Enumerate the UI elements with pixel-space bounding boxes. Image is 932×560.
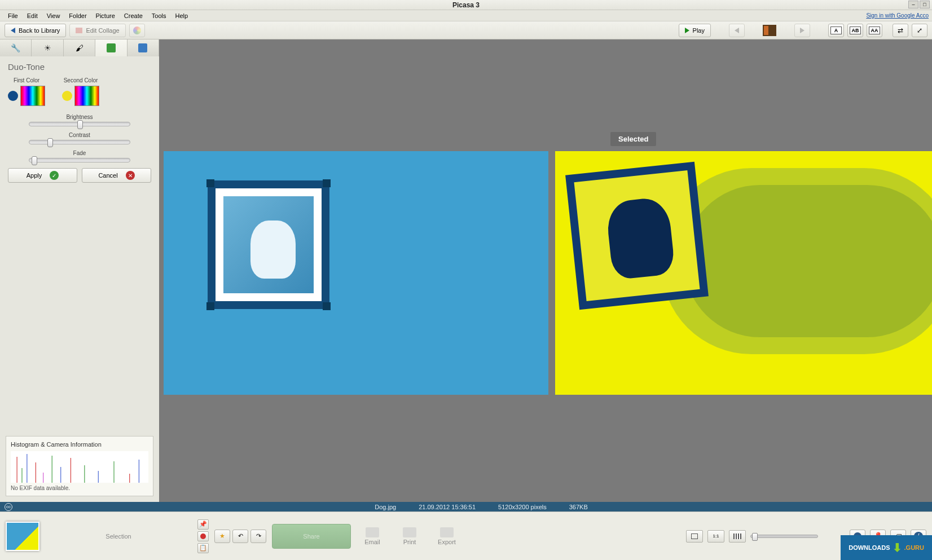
back-to-library-button[interactable]: Back to Library <box>5 24 66 37</box>
brightness-slider[interactable] <box>29 122 130 126</box>
menu-help[interactable]: Help <box>171 11 193 20</box>
exif-text: No EXIF data available. <box>11 485 148 491</box>
pin-icon: 📌 <box>199 521 207 528</box>
view-thumb-button[interactable] <box>729 530 746 543</box>
first-color-label: First Color <box>8 77 45 83</box>
tab-effects-2[interactable] <box>95 39 127 56</box>
contrast-slider[interactable] <box>29 140 130 144</box>
selected-badge: Selected <box>610 132 656 146</box>
rotate-left-button[interactable]: ↶ <box>232 530 248 543</box>
first-color-picker[interactable] <box>20 86 45 106</box>
share-button[interactable]: Share <box>272 524 351 549</box>
view-fit-button[interactable]: 1:1 <box>707 530 724 543</box>
first-color-swatch[interactable] <box>8 91 18 101</box>
tray-thumbnail[interactable] <box>6 522 39 551</box>
rotate-right-button[interactable]: ↷ <box>250 530 266 543</box>
fit-view-icon: 1:1 <box>713 533 719 539</box>
menu-file[interactable]: File <box>3 11 23 20</box>
print-button[interactable]: Print <box>394 527 425 545</box>
x-icon: ✕ <box>126 171 135 180</box>
tab-effects-3[interactable] <box>128 39 159 56</box>
rotate-left-icon: ↶ <box>238 532 243 540</box>
fit-button[interactable]: ⤢ <box>912 24 927 37</box>
edit-collage-button: Edit Collage <box>69 24 125 37</box>
preview-image-original[interactable] <box>164 151 548 395</box>
color-wheel-icon <box>133 27 141 34</box>
photo-tray: Selection 📌 ★ ↶ ↷ Share Email Print Expo… <box>0 512 932 560</box>
second-color-picker[interactable] <box>74 86 99 106</box>
fade-slider[interactable] <box>29 158 130 162</box>
compare-button[interactable]: ⇄ <box>893 24 908 37</box>
minimize-button[interactable]: – <box>908 1 918 8</box>
status-datetime: 21.09.2012 15:36:51 <box>419 504 476 510</box>
export-icon <box>440 527 454 537</box>
zoom-thumb[interactable] <box>752 533 758 541</box>
brush-green-icon <box>107 43 116 52</box>
wrench-icon <box>11 43 20 52</box>
rotate-right-icon: ↷ <box>256 532 261 540</box>
cancel-label: Cancel <box>98 172 117 179</box>
arrow-left-icon <box>11 28 15 33</box>
email-button[interactable]: Email <box>357 527 388 545</box>
play-icon <box>685 28 689 33</box>
cancel-button[interactable]: Cancel ✕ <box>82 168 151 183</box>
stop-icon <box>200 533 206 539</box>
email-label: Email <box>364 539 380 545</box>
fit-icon: ⤢ <box>917 27 922 34</box>
hold-button[interactable]: 📌 <box>197 519 209 530</box>
second-color-label: Second Color <box>62 77 99 83</box>
menu-tools[interactable]: Tools <box>147 11 171 20</box>
tab-effects-1[interactable] <box>64 39 95 56</box>
contrast-label: Contrast <box>8 132 151 138</box>
play-button[interactable]: Play <box>679 24 711 37</box>
compare-icon: ⇄ <box>898 27 903 34</box>
export-button[interactable]: Export <box>431 527 463 545</box>
filmstrip-icon[interactable] <box>763 25 776 36</box>
zoom-slider[interactable] <box>750 535 818 538</box>
tab-basic-fixes[interactable] <box>0 39 32 56</box>
caption-aa-button[interactable]: AA <box>867 24 882 37</box>
second-color-swatch[interactable] <box>62 91 72 101</box>
tray-selection-label: Selection <box>45 533 192 540</box>
menu-bar: File Edit View Folder Picture Create Too… <box>0 10 932 21</box>
menu-folder[interactable]: Folder <box>64 11 91 20</box>
signin-link[interactable]: Sign in with Google Acco <box>866 12 929 19</box>
brightness-label: Brightness <box>8 114 151 120</box>
clipboard-icon <box>199 544 207 552</box>
email-icon <box>366 527 379 537</box>
effects-sidebar: Duo-Tone First Color Second Color <box>0 39 159 502</box>
prev-button <box>729 24 745 37</box>
histogram-chart <box>11 451 148 483</box>
menu-edit[interactable]: Edit <box>23 11 42 20</box>
brightness-thumb[interactable] <box>77 120 83 129</box>
apply-button[interactable]: Apply ✓ <box>8 168 77 183</box>
edit-collage-label: Edit Collage <box>86 27 119 34</box>
maximize-button[interactable]: □ <box>920 1 930 8</box>
menu-create[interactable]: Create <box>120 11 147 20</box>
menu-picture[interactable]: Picture <box>91 11 120 20</box>
thumb-view-icon <box>733 533 741 539</box>
clear-button[interactable] <box>197 531 209 541</box>
duo-tone-panel: Duo-Tone First Color Second Color <box>0 56 159 188</box>
fade-label: Fade <box>8 150 151 156</box>
arrow-right-icon <box>800 28 804 33</box>
view-single-button[interactable] <box>686 530 703 543</box>
menu-view[interactable]: View <box>42 11 65 20</box>
caption-a-button[interactable]: A <box>828 24 844 37</box>
check-icon: ✓ <box>50 171 59 180</box>
cc-icon: cc <box>5 503 12 511</box>
caption-ab-button[interactable]: AB <box>847 24 863 37</box>
export-label: Export <box>438 539 456 545</box>
collage-icon <box>76 28 82 33</box>
tab-tuning[interactable] <box>32 39 63 56</box>
histogram-title: Histogram & Camera Information <box>11 441 148 448</box>
brush-icon <box>76 43 83 52</box>
star-button[interactable]: ★ <box>214 530 230 543</box>
back-label: Back to Library <box>19 27 60 34</box>
preview-image-effect[interactable] <box>555 151 932 395</box>
text-ab-icon: AB <box>850 27 861 34</box>
contrast-thumb[interactable] <box>47 138 53 147</box>
add-to-button[interactable] <box>197 543 209 553</box>
fade-thumb[interactable] <box>32 156 37 165</box>
brush-blue-icon <box>138 43 147 52</box>
